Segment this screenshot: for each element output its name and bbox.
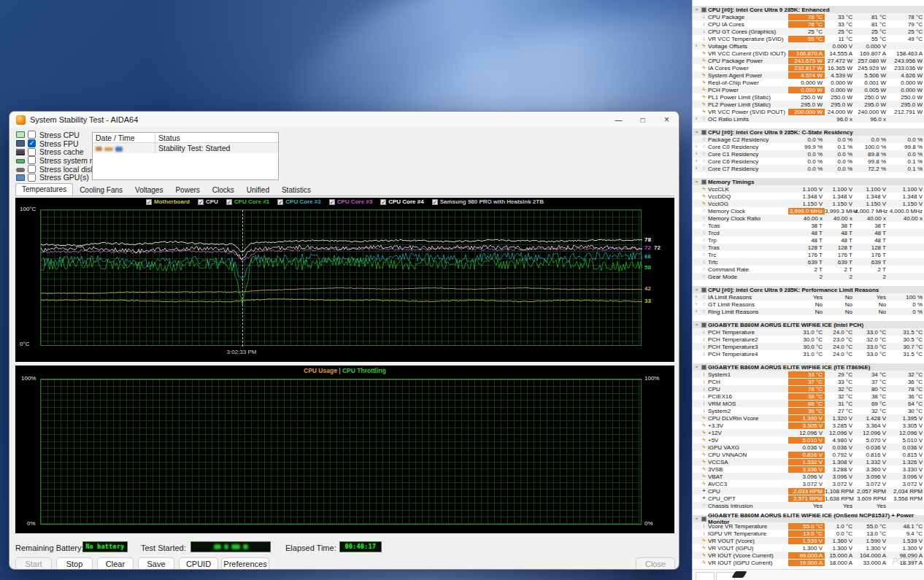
legend-checkbox[interactable]: ✓ bbox=[277, 199, 283, 205]
stress-checkbox[interactable] bbox=[28, 165, 36, 173]
sensor-row: ↓PCH Temperature330.0 °C24.0 °C33.0 °C30… bbox=[693, 343, 924, 350]
stop-button[interactable]: Stop bbox=[56, 557, 93, 570]
sensor-row[interactable]: ›○Core C0 Residency99.9 %0.1 %100.0 %99.… bbox=[693, 143, 924, 150]
stress-device-icon bbox=[16, 174, 25, 181]
collapse-chevron-icon[interactable]: › bbox=[693, 6, 700, 13]
close-window-button[interactable]: × bbox=[655, 112, 679, 128]
sensor-avg-value: 4,000.0 MHz bbox=[888, 208, 924, 214]
toolbar-button[interactable] bbox=[696, 572, 715, 580]
legend-checkbox[interactable]: ✓ bbox=[329, 199, 335, 205]
sensor-row: ↓VRM MOS69 °C31 °C69 °C64 °C bbox=[693, 400, 924, 407]
sensor-row: ϟVCCSA1.332 V1.308 V1.332 V1.326 V bbox=[693, 458, 924, 465]
legend-checkbox[interactable]: ✓ bbox=[380, 199, 386, 205]
sensor-max-value: 639 T bbox=[855, 259, 888, 266]
sensor-max-value: 2,057 RPM bbox=[855, 488, 888, 495]
cpuid-button[interactable]: CPUID bbox=[179, 557, 218, 570]
expand-chevron-icon[interactable]: › bbox=[693, 293, 700, 301]
expand-chevron-icon[interactable]: › bbox=[693, 115, 700, 123]
sensor-row[interactable]: ›○Core C1 Residency0.0 %0.0 %89.8 %0.0 % bbox=[693, 150, 924, 158]
sensor-row[interactable]: ›○IA Limit ReasonsYesNoYes100 % bbox=[693, 293, 924, 301]
tab-powers[interactable]: Powers bbox=[169, 185, 205, 196]
sensor-row[interactable]: ›○GT Limit ReasonsNoNoNo0 % bbox=[693, 301, 924, 308]
tab-voltages[interactable]: Voltages bbox=[129, 185, 169, 196]
sensor-avg-value: 3,558 RPM bbox=[888, 495, 924, 502]
legend-item[interactable]: ✓Samsung 980 PRO with Heatsink 2TB bbox=[432, 198, 544, 205]
expand-chevron-icon[interactable]: › bbox=[693, 165, 700, 172]
sensor-row[interactable]: ›○Core C6 Residency0.0 %0.0 %99.8 %0.1 % bbox=[693, 158, 924, 165]
stress-checkbox[interactable]: ✓ bbox=[28, 139, 36, 147]
clock-icon: ○ bbox=[700, 236, 708, 244]
stress-device-icon bbox=[16, 140, 25, 147]
collapse-chevron-icon[interactable]: › bbox=[693, 321, 700, 328]
tab-clocks[interactable]: Clocks bbox=[207, 185, 240, 196]
stress-option-stress-gpu-s-[interactable]: Stress GPU(s) bbox=[16, 173, 98, 182]
sensor-row[interactable]: ›ϟVoltage Offsets0.000 V0.000 V bbox=[693, 42, 924, 50]
sensor-current-value: 250.0 W bbox=[788, 94, 825, 101]
expand-chevron-icon[interactable]: › bbox=[693, 42, 700, 50]
trace-cpu-core-2 bbox=[41, 252, 642, 280]
legend-item[interactable]: ✓CPU Core #1 bbox=[226, 198, 269, 205]
sensor-section-header[interactable]: ›CPU [#0]: Intel Core Ultra 9 285K: C-St… bbox=[693, 128, 924, 136]
sensor-row: ϟIA Cores Power232.817 W16.365 W245.929 … bbox=[693, 64, 924, 71]
collapse-chevron-icon[interactable]: › bbox=[693, 515, 700, 522]
stress-option-stress-local-disks[interactable]: Stress local disks bbox=[16, 165, 98, 174]
sensor-min-value: 2 T bbox=[825, 266, 855, 273]
temperature-icon: ↓ bbox=[700, 530, 708, 537]
legend-item[interactable]: ✓CPU Core #4 bbox=[380, 198, 423, 205]
sensor-section-header[interactable]: ›GIGABYTE B860M AORUS ELITE WIFI6E ICE (… bbox=[693, 515, 924, 522]
sensor-label: Voltage Offsets bbox=[708, 43, 788, 50]
sensor-label: GT Limit Reasons bbox=[708, 301, 788, 308]
stress-checkbox[interactable] bbox=[28, 131, 36, 139]
sensor-section-header[interactable]: ›Memory Timings bbox=[693, 178, 924, 185]
legend-checkbox[interactable]: ✓ bbox=[432, 199, 438, 205]
stress-option-stress-cpu[interactable]: Stress CPU bbox=[16, 131, 98, 139]
legend-item[interactable]: ✓CPU bbox=[198, 198, 218, 205]
clock-icon: ○ bbox=[700, 136, 708, 143]
close-button[interactable]: Close bbox=[636, 557, 675, 570]
tab-temperatures[interactable]: Temperatures bbox=[15, 183, 73, 196]
legend-item[interactable]: ✓CPU Core #3 bbox=[329, 198, 372, 205]
collapse-chevron-icon[interactable]: › bbox=[693, 286, 700, 293]
sensor-row[interactable]: ›○OC Ratio Limits96.0 x96.0 x bbox=[693, 115, 924, 123]
legend-checkbox[interactable]: ✓ bbox=[146, 199, 152, 205]
legend-checkbox[interactable]: ✓ bbox=[198, 199, 204, 205]
tab-unified[interactable]: Unified bbox=[241, 185, 275, 196]
stress-checkbox[interactable] bbox=[28, 148, 36, 156]
sensor-avg-value: 78 °C bbox=[888, 14, 924, 20]
stress-option-stress-fpu[interactable]: ✓Stress FPU bbox=[16, 139, 98, 148]
expand-chevron-icon[interactable]: › bbox=[693, 158, 700, 165]
clear-button[interactable]: Clear bbox=[97, 557, 134, 570]
minimize-button[interactable]: — bbox=[607, 112, 631, 128]
log-row[interactable]: Stability Test: Started bbox=[93, 143, 278, 153]
save-button[interactable]: Save bbox=[138, 557, 174, 570]
sensor-section-header[interactable]: ›GIGABYTE B860M AORUS ELITE WIFI6E ICE (… bbox=[693, 321, 924, 328]
sensor-max-value: 128 T bbox=[855, 244, 888, 251]
maximize-button[interactable]: □ bbox=[631, 112, 655, 128]
sensor-section-header[interactable]: ›CPU [#0]: Intel Core Ultra 9 285K: Enha… bbox=[693, 6, 924, 13]
sensor-row[interactable]: ›○Ring Limit ReasonsNoNoNo0 % bbox=[693, 308, 924, 315]
legend-item[interactable]: ✓Motherboard bbox=[146, 198, 190, 205]
expand-chevron-icon[interactable]: › bbox=[693, 150, 700, 158]
stress-option-stress-system-memory[interactable]: Stress system memory bbox=[16, 156, 98, 165]
stress-option-stress-cache[interactable]: Stress cache bbox=[16, 147, 98, 156]
expand-chevron-icon[interactable]: › bbox=[693, 301, 700, 308]
tab-cooling-fans[interactable]: Cooling Fans bbox=[74, 185, 128, 196]
legend-item[interactable]: ✓CPU Core #2 bbox=[277, 198, 320, 205]
collapse-chevron-icon[interactable]: › bbox=[693, 178, 700, 185]
title-bar[interactable]: System Stability Test - AIDA64 — □ × bbox=[9, 112, 679, 128]
sensor-max-value: Yes bbox=[855, 503, 888, 509]
tab-statistics[interactable]: Statistics bbox=[276, 185, 317, 196]
expand-chevron-icon[interactable]: › bbox=[693, 308, 700, 315]
sensor-section-header[interactable]: ›CPU [#0]: Intel Core Ultra 9 285K: Perf… bbox=[693, 286, 924, 293]
sensor-section-header[interactable]: ›GIGABYTE B860M AORUS ELITE WIFI6E ICE (… bbox=[693, 363, 924, 371]
sensor-row[interactable]: ›○Core C7 Residency0.0 %0.0 %72.2 %0.1 % bbox=[693, 165, 924, 172]
sensor-min-value: 11 °C bbox=[825, 36, 855, 42]
legend-checkbox[interactable]: ✓ bbox=[226, 199, 232, 205]
stress-checkbox[interactable] bbox=[28, 174, 36, 182]
stress-checkbox[interactable] bbox=[28, 156, 36, 164]
preferences-button[interactable]: Preferences bbox=[221, 557, 269, 570]
collapse-chevron-icon[interactable]: › bbox=[693, 363, 700, 371]
collapse-chevron-icon[interactable]: › bbox=[693, 128, 700, 136]
expand-chevron-icon[interactable]: › bbox=[693, 143, 700, 150]
stress-options-list: Stress CPU✓Stress FPUStress cacheStress … bbox=[16, 131, 98, 182]
